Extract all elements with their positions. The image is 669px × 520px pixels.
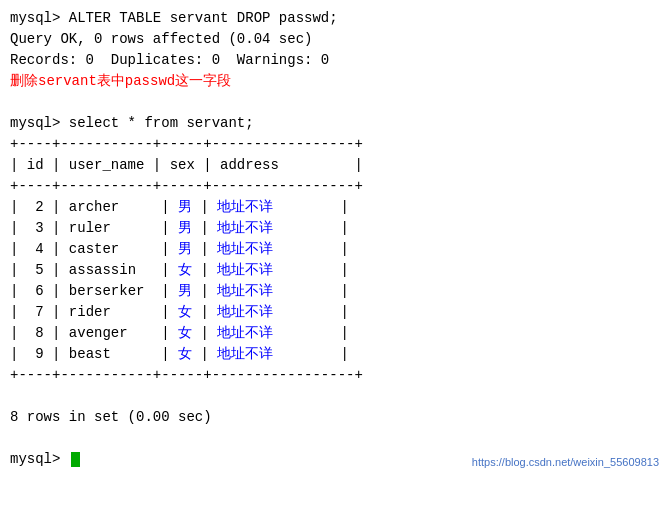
terminal-window: mysql> ALTER TABLE servant DROP passwd; …: [0, 0, 669, 520]
line-border-top: +----+-----------+-----+----------------…: [10, 134, 659, 155]
line-1: mysql> ALTER TABLE servant DROP passwd;: [10, 8, 659, 29]
line-header: | id | user_name | sex | address |: [10, 155, 659, 176]
line-note: 删除servant表中passwd这一字段: [10, 71, 659, 92]
table-row: | 7 | rider | 女 | 地址不详 |: [10, 302, 659, 323]
prompt-label: mysql>: [10, 451, 69, 467]
line-select-cmd: mysql> select * from servant;: [10, 113, 659, 134]
table-row: | 8 | avenger | 女 | 地址不详 |: [10, 323, 659, 344]
line-result: 8 rows in set (0.00 sec): [10, 407, 659, 428]
line-2: Query OK, 0 rows affected (0.04 sec): [10, 29, 659, 50]
table-row: | 6 | berserker | 男 | 地址不详 |: [10, 281, 659, 302]
line-blank1: [10, 92, 659, 113]
line-blank2: [10, 386, 659, 407]
watermark-link: https://blog.csdn.net/weixin_55609813: [472, 454, 659, 471]
table-row: | 2 | archer | 男 | 地址不详 |: [10, 197, 659, 218]
line-blank3: [10, 428, 659, 449]
table-row: | 4 | caster | 男 | 地址不详 |: [10, 239, 659, 260]
table-row: | 5 | assassin | 女 | 地址不详 |: [10, 260, 659, 281]
cursor-block: [71, 452, 80, 467]
line-border-bottom: +----+-----------+-----+----------------…: [10, 365, 659, 386]
table-row: | 3 | ruler | 男 | 地址不详 |: [10, 218, 659, 239]
line-border-mid: +----+-----------+-----+----------------…: [10, 176, 659, 197]
table-row: | 9 | beast | 女 | 地址不详 |: [10, 344, 659, 365]
bottom-area: mysql> https://blog.csdn.net/weixin_5560…: [10, 449, 659, 470]
line-3: Records: 0 Duplicates: 0 Warnings: 0: [10, 50, 659, 71]
